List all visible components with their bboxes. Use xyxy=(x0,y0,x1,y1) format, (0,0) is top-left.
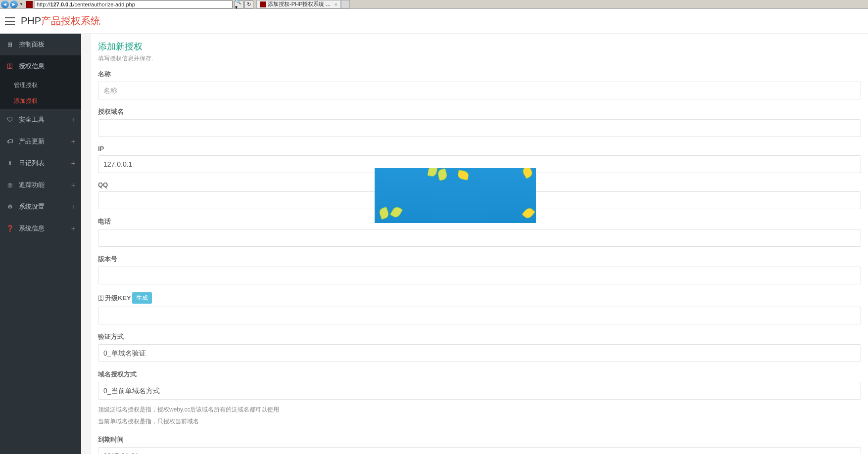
key-input[interactable] xyxy=(98,307,861,324)
expand-icon: + xyxy=(71,159,75,167)
sidebar-label: 控制面板 xyxy=(19,40,45,49)
sidebar-item-product[interactable]: 🏷 产品更新 + xyxy=(0,131,81,152)
url-bar[interactable]: http://127.0.0.1/center/authorize-add.ph… xyxy=(35,0,233,8)
url-host: 127.0.0.1 xyxy=(50,1,73,7)
url-prefix: http:// xyxy=(37,1,50,7)
new-tab-button[interactable] xyxy=(341,0,350,8)
expand-icon: + xyxy=(71,203,75,211)
sidebar-item-security[interactable]: 🛡 安全工具 + xyxy=(0,109,81,131)
domain-label: 授权域名 xyxy=(98,107,861,116)
nav-dropdown[interactable]: ▼ xyxy=(19,1,24,8)
tab-close-button[interactable]: × xyxy=(335,1,338,7)
sidebar-label: 日记列表 xyxy=(19,159,45,168)
ip-label: IP xyxy=(98,145,861,152)
verify-select[interactable]: 0_单域名验证 xyxy=(98,344,861,362)
gear-icon: ⚙ xyxy=(6,203,14,210)
browser-tab-active[interactable]: 添加授权-PHP授权系统 ... × xyxy=(256,0,341,8)
menu-toggle-icon[interactable] xyxy=(5,17,15,25)
search-dropdown-icon[interactable]: 🔍▾ xyxy=(235,0,243,8)
form-group-name: 名称 xyxy=(98,70,861,99)
help-icon: ❓ xyxy=(6,225,14,232)
sidebar-item-sysinfo[interactable]: ❓ 系统信息 + xyxy=(0,218,81,239)
form-group-verify: 验证方式 0_单域名验证 xyxy=(98,332,861,362)
favicon-icon xyxy=(26,1,33,8)
tab-title: 添加授权-PHP授权系统 ... xyxy=(268,0,331,8)
browser-chrome: ◄ ► ▼ http://127.0.0.1/center/authorize-… xyxy=(0,0,868,9)
content-card: 添加新授权 填写授权信息并保存. 名称 授权域名 IP QQ 电话 xyxy=(91,34,868,454)
target-icon: ◎ xyxy=(6,182,14,188)
generate-key-button[interactable]: 生成 xyxy=(132,292,152,304)
info-icon: ℹ xyxy=(6,160,14,167)
domain-input[interactable] xyxy=(98,119,861,137)
phone-input[interactable] xyxy=(98,229,861,247)
form-group-expire: 到期时间 xyxy=(98,435,861,454)
sidebar-label: 安全工具 xyxy=(19,115,45,124)
form-group-version: 版本号 xyxy=(98,255,861,284)
key-icon: ⚿ xyxy=(98,295,104,302)
expand-icon: + xyxy=(71,181,75,189)
form-group-domain: 授权域名 xyxy=(98,107,861,137)
page-title: 添加新授权 xyxy=(98,41,861,52)
title-part-1: PHP xyxy=(21,15,41,26)
form-group-key: ⚿ 升级KEY 生成 xyxy=(98,292,861,324)
expand-icon: + xyxy=(71,137,75,145)
sidebar-label: 授权信息 xyxy=(19,62,45,71)
version-input[interactable] xyxy=(98,267,861,284)
sidebar-submenu: 管理授权 添加授权 xyxy=(0,77,81,109)
expire-label: 到期时间 xyxy=(98,435,861,444)
sidebar-sub-add[interactable]: 添加授权 xyxy=(0,93,81,109)
form-group-authmode: 域名授权方式 0_当前单域名方式 顶级泛域名授权是指，授权weby.cc后该域名… xyxy=(98,370,861,427)
url-path: /center/authorize-add.php xyxy=(73,1,135,7)
sidebar-label: 系统信息 xyxy=(19,224,45,233)
verify-label: 验证方式 xyxy=(98,332,861,341)
forward-button[interactable]: ► xyxy=(10,0,18,8)
floating-ad-overlay xyxy=(375,168,536,223)
url-controls: 🔍▾ ↻ xyxy=(235,0,253,8)
expand-icon: + xyxy=(71,225,75,232)
name-label: 名称 xyxy=(98,70,861,79)
collapse-icon: – xyxy=(71,62,75,70)
sidebar-item-auth[interactable]: ⚿ 授权信息 – xyxy=(0,55,81,77)
key-label: 升级KEY xyxy=(105,294,131,303)
help-text-1: 顶级泛域名授权是指，授权weby.cc后该域名所有的泛域名都可以使用 xyxy=(98,404,861,415)
sidebar-item-dashboard[interactable]: ⊞ 控制面板 xyxy=(0,34,81,55)
sidebar: ⊞ 控制面板 ⚿ 授权信息 – 管理授权 添加授权 🛡 安全工具 + 🏷 产品更… xyxy=(0,34,81,454)
key-icon: ⚿ xyxy=(6,63,14,70)
sidebar-label: 产品更新 xyxy=(19,137,45,146)
back-button[interactable]: ◄ xyxy=(1,0,9,8)
version-label: 版本号 xyxy=(98,255,861,264)
shield-icon: 🛡 xyxy=(6,116,14,123)
browser-nav-buttons: ◄ ► ▼ xyxy=(0,0,35,8)
help-text-2: 当前单域名授权是指，只授权当前域名 xyxy=(98,415,861,427)
sidebar-item-settings[interactable]: ⚙ 系统设置 + xyxy=(0,196,81,218)
expire-input[interactable] xyxy=(98,447,861,454)
expand-icon: + xyxy=(71,116,75,124)
name-input[interactable] xyxy=(98,82,861,99)
authmode-label: 域名授权方式 xyxy=(98,370,861,379)
sidebar-sub-manage[interactable]: 管理授权 xyxy=(0,77,81,93)
app-title: PHP产品授权系统 xyxy=(21,14,100,28)
sidebar-label: 系统设置 xyxy=(19,202,45,211)
dashboard-icon: ⊞ xyxy=(6,41,14,48)
sidebar-item-track[interactable]: ◎ 追踪功能 + xyxy=(0,174,81,196)
authmode-select[interactable]: 0_当前单域名方式 xyxy=(98,382,861,400)
title-part-2: 产品授权系统 xyxy=(41,15,100,26)
sidebar-item-log[interactable]: ℹ 日记列表 + xyxy=(0,152,81,174)
app-header: PHP产品授权系统 xyxy=(0,9,868,34)
browser-tabs: 添加授权-PHP授权系统 ... × xyxy=(256,0,350,8)
tab-favicon-icon xyxy=(260,1,266,7)
sidebar-label: 追踪功能 xyxy=(19,181,45,189)
main-content: 添加新授权 填写授权信息并保存. 名称 授权域名 IP QQ 电话 xyxy=(81,34,868,454)
refresh-button[interactable]: ↻ xyxy=(244,0,253,8)
page-subtitle: 填写授权信息并保存. xyxy=(98,54,861,63)
tag-icon: 🏷 xyxy=(6,138,14,145)
